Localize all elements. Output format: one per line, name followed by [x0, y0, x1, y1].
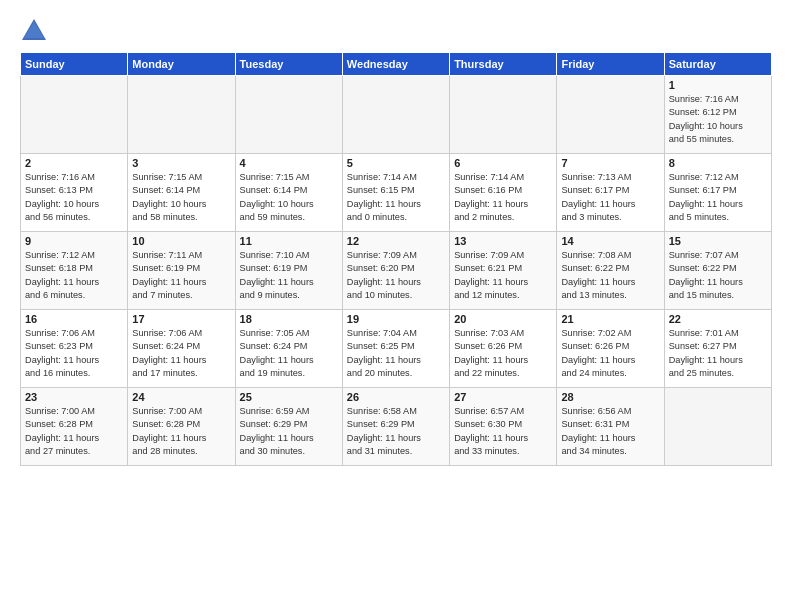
day-content: Sunrise: 7:04 AM Sunset: 6:25 PM Dayligh…: [347, 327, 445, 380]
day-content: Sunrise: 7:12 AM Sunset: 6:18 PM Dayligh…: [25, 249, 123, 302]
day-content: Sunrise: 7:02 AM Sunset: 6:26 PM Dayligh…: [561, 327, 659, 380]
calendar-cell: 11Sunrise: 7:10 AM Sunset: 6:19 PM Dayli…: [235, 232, 342, 310]
day-content: Sunrise: 7:10 AM Sunset: 6:19 PM Dayligh…: [240, 249, 338, 302]
calendar-cell: 25Sunrise: 6:59 AM Sunset: 6:29 PM Dayli…: [235, 388, 342, 466]
header-day-sunday: Sunday: [21, 53, 128, 76]
day-content: Sunrise: 6:58 AM Sunset: 6:29 PM Dayligh…: [347, 405, 445, 458]
header: [20, 16, 772, 44]
week-row-2: 2Sunrise: 7:16 AM Sunset: 6:13 PM Daylig…: [21, 154, 772, 232]
calendar-cell: [450, 76, 557, 154]
day-number: 11: [240, 235, 338, 247]
calendar-cell: 5Sunrise: 7:14 AM Sunset: 6:15 PM Daylig…: [342, 154, 449, 232]
calendar-cell: 24Sunrise: 7:00 AM Sunset: 6:28 PM Dayli…: [128, 388, 235, 466]
calendar-cell: 27Sunrise: 6:57 AM Sunset: 6:30 PM Dayli…: [450, 388, 557, 466]
day-content: Sunrise: 7:09 AM Sunset: 6:21 PM Dayligh…: [454, 249, 552, 302]
day-number: 13: [454, 235, 552, 247]
calendar-cell: 13Sunrise: 7:09 AM Sunset: 6:21 PM Dayli…: [450, 232, 557, 310]
calendar-cell: 7Sunrise: 7:13 AM Sunset: 6:17 PM Daylig…: [557, 154, 664, 232]
day-content: Sunrise: 7:15 AM Sunset: 6:14 PM Dayligh…: [240, 171, 338, 224]
day-number: 12: [347, 235, 445, 247]
day-number: 23: [25, 391, 123, 403]
day-number: 1: [669, 79, 767, 91]
day-number: 28: [561, 391, 659, 403]
day-number: 21: [561, 313, 659, 325]
day-content: Sunrise: 7:00 AM Sunset: 6:28 PM Dayligh…: [25, 405, 123, 458]
calendar-cell: 15Sunrise: 7:07 AM Sunset: 6:22 PM Dayli…: [664, 232, 771, 310]
calendar-cell: [128, 76, 235, 154]
calendar-cell: 6Sunrise: 7:14 AM Sunset: 6:16 PM Daylig…: [450, 154, 557, 232]
day-number: 19: [347, 313, 445, 325]
day-number: 27: [454, 391, 552, 403]
day-content: Sunrise: 7:01 AM Sunset: 6:27 PM Dayligh…: [669, 327, 767, 380]
week-row-3: 9Sunrise: 7:12 AM Sunset: 6:18 PM Daylig…: [21, 232, 772, 310]
day-content: Sunrise: 7:00 AM Sunset: 6:28 PM Dayligh…: [132, 405, 230, 458]
calendar-cell: [557, 76, 664, 154]
day-number: 20: [454, 313, 552, 325]
day-number: 4: [240, 157, 338, 169]
calendar-cell: [21, 76, 128, 154]
calendar-cell: 19Sunrise: 7:04 AM Sunset: 6:25 PM Dayli…: [342, 310, 449, 388]
day-number: 2: [25, 157, 123, 169]
day-content: Sunrise: 7:16 AM Sunset: 6:13 PM Dayligh…: [25, 171, 123, 224]
day-number: 14: [561, 235, 659, 247]
header-day-thursday: Thursday: [450, 53, 557, 76]
day-content: Sunrise: 6:56 AM Sunset: 6:31 PM Dayligh…: [561, 405, 659, 458]
day-content: Sunrise: 7:06 AM Sunset: 6:24 PM Dayligh…: [132, 327, 230, 380]
calendar-cell: 17Sunrise: 7:06 AM Sunset: 6:24 PM Dayli…: [128, 310, 235, 388]
svg-marker-1: [24, 22, 44, 38]
day-number: 5: [347, 157, 445, 169]
day-content: Sunrise: 7:11 AM Sunset: 6:19 PM Dayligh…: [132, 249, 230, 302]
day-number: 8: [669, 157, 767, 169]
day-number: 3: [132, 157, 230, 169]
day-content: Sunrise: 7:06 AM Sunset: 6:23 PM Dayligh…: [25, 327, 123, 380]
day-content: Sunrise: 7:03 AM Sunset: 6:26 PM Dayligh…: [454, 327, 552, 380]
calendar-cell: 4Sunrise: 7:15 AM Sunset: 6:14 PM Daylig…: [235, 154, 342, 232]
calendar-header: SundayMondayTuesdayWednesdayThursdayFrid…: [21, 53, 772, 76]
day-number: 17: [132, 313, 230, 325]
calendar-cell: 28Sunrise: 6:56 AM Sunset: 6:31 PM Dayli…: [557, 388, 664, 466]
calendar-cell: 9Sunrise: 7:12 AM Sunset: 6:18 PM Daylig…: [21, 232, 128, 310]
calendar-table: SundayMondayTuesdayWednesdayThursdayFrid…: [20, 52, 772, 466]
calendar-cell: 14Sunrise: 7:08 AM Sunset: 6:22 PM Dayli…: [557, 232, 664, 310]
calendar-cell: 8Sunrise: 7:12 AM Sunset: 6:17 PM Daylig…: [664, 154, 771, 232]
header-day-tuesday: Tuesday: [235, 53, 342, 76]
day-content: Sunrise: 6:59 AM Sunset: 6:29 PM Dayligh…: [240, 405, 338, 458]
day-number: 18: [240, 313, 338, 325]
header-day-monday: Monday: [128, 53, 235, 76]
day-content: Sunrise: 7:05 AM Sunset: 6:24 PM Dayligh…: [240, 327, 338, 380]
day-number: 9: [25, 235, 123, 247]
day-content: Sunrise: 7:16 AM Sunset: 6:12 PM Dayligh…: [669, 93, 767, 146]
calendar-cell: 2Sunrise: 7:16 AM Sunset: 6:13 PM Daylig…: [21, 154, 128, 232]
calendar-cell: 10Sunrise: 7:11 AM Sunset: 6:19 PM Dayli…: [128, 232, 235, 310]
calendar-body: 1Sunrise: 7:16 AM Sunset: 6:12 PM Daylig…: [21, 76, 772, 466]
header-row: SundayMondayTuesdayWednesdayThursdayFrid…: [21, 53, 772, 76]
logo: [20, 16, 52, 44]
day-content: Sunrise: 7:13 AM Sunset: 6:17 PM Dayligh…: [561, 171, 659, 224]
week-row-5: 23Sunrise: 7:00 AM Sunset: 6:28 PM Dayli…: [21, 388, 772, 466]
calendar-cell: 21Sunrise: 7:02 AM Sunset: 6:26 PM Dayli…: [557, 310, 664, 388]
day-content: Sunrise: 7:14 AM Sunset: 6:16 PM Dayligh…: [454, 171, 552, 224]
day-number: 15: [669, 235, 767, 247]
day-number: 7: [561, 157, 659, 169]
day-content: Sunrise: 7:15 AM Sunset: 6:14 PM Dayligh…: [132, 171, 230, 224]
day-content: Sunrise: 7:09 AM Sunset: 6:20 PM Dayligh…: [347, 249, 445, 302]
header-day-friday: Friday: [557, 53, 664, 76]
calendar-cell: [235, 76, 342, 154]
calendar-cell: 16Sunrise: 7:06 AM Sunset: 6:23 PM Dayli…: [21, 310, 128, 388]
day-content: Sunrise: 7:08 AM Sunset: 6:22 PM Dayligh…: [561, 249, 659, 302]
week-row-4: 16Sunrise: 7:06 AM Sunset: 6:23 PM Dayli…: [21, 310, 772, 388]
header-day-wednesday: Wednesday: [342, 53, 449, 76]
day-content: Sunrise: 7:07 AM Sunset: 6:22 PM Dayligh…: [669, 249, 767, 302]
day-number: 26: [347, 391, 445, 403]
day-content: Sunrise: 7:14 AM Sunset: 6:15 PM Dayligh…: [347, 171, 445, 224]
logo-icon: [20, 16, 48, 44]
calendar-cell: 20Sunrise: 7:03 AM Sunset: 6:26 PM Dayli…: [450, 310, 557, 388]
calendar-cell: [664, 388, 771, 466]
day-number: 22: [669, 313, 767, 325]
calendar-cell: 12Sunrise: 7:09 AM Sunset: 6:20 PM Dayli…: [342, 232, 449, 310]
day-number: 10: [132, 235, 230, 247]
day-number: 24: [132, 391, 230, 403]
calendar-cell: 26Sunrise: 6:58 AM Sunset: 6:29 PM Dayli…: [342, 388, 449, 466]
day-content: Sunrise: 7:12 AM Sunset: 6:17 PM Dayligh…: [669, 171, 767, 224]
day-number: 6: [454, 157, 552, 169]
